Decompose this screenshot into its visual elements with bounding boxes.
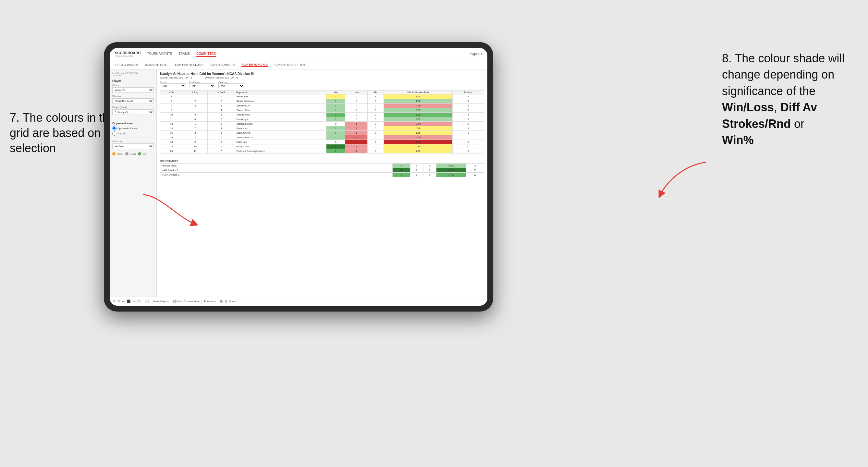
ood-cell-loss: 0 [410, 163, 423, 168]
sub-nav-team-h2h-grid[interactable]: TEAM H2H GRID [145, 63, 167, 66]
scissors-icon[interactable]: ✂ [132, 300, 135, 303]
filter-opponent-select[interactable]: (All) [218, 84, 244, 88]
filter-conference-select[interactable]: (All) [189, 84, 215, 88]
cell-rounds: 4 [452, 113, 484, 117]
cell-conf: 1 [208, 94, 235, 99]
table-row: 14 7 4 Eunice Yi 2 2 0 0.38 9 [160, 126, 484, 131]
main-data-table: # Div # Reg # Conf Opponent Win Loss Tie… [160, 90, 484, 154]
nav-teams[interactable]: TEAMS [179, 51, 190, 57]
legend-label-down: Down [118, 153, 123, 155]
redo-icon[interactable]: ↻ [118, 300, 120, 303]
forward-icon[interactable]: ⬛ [127, 300, 130, 303]
sidebar-gender-label: Gender [112, 84, 154, 87]
cell-div: 9 [160, 108, 183, 113]
cell-tie: 0 [367, 135, 383, 140]
cell-div: 19 [160, 145, 183, 149]
cell-conf: 6 [208, 145, 235, 149]
sidebar-timestamp: Last Updated: 27/03/2024 16:55:38 [112, 72, 154, 76]
paste-icon[interactable]: 📋 [137, 300, 141, 303]
grid-icon[interactable]: ⊟ [224, 300, 227, 303]
ood-cell-diff: 9.267 [436, 168, 466, 173]
nav-bar: SCOREBOARD Powered by clippd TOURNAMENTS… [110, 48, 487, 60]
cell-loss: 0 [345, 103, 368, 108]
cell-div: 11 [160, 117, 183, 122]
cell-rounds: 3 [452, 99, 484, 103]
sidebar-colour-by-select[interactable]: Win/loss [112, 144, 154, 149]
cell-loss: 1 [345, 122, 368, 126]
cell-win: 2 [327, 126, 345, 131]
cell-loss: 0 [345, 113, 368, 117]
cell-opponent: Sharon Mun [235, 108, 327, 113]
sub-nav-player-summary[interactable]: PLAYER SUMMARY [209, 63, 236, 66]
table-row: 3 1 1 Esther Lee 1 0 1 1.50 4 [160, 94, 484, 99]
ood-table-row: Foreign Team 1 0 0 4.500 2 [160, 163, 484, 168]
cell-win: 1 [327, 99, 345, 103]
cell-diff: 0.38 [383, 126, 452, 131]
cell-loss: 1 [345, 131, 368, 135]
sidebar-gender-select[interactable]: Women's [112, 87, 154, 93]
cell-conf: 1 [208, 135, 235, 140]
cell-tie: 0 [367, 140, 383, 145]
cell-opponent: Emily Chang [235, 145, 327, 149]
col-diff: Diff Av Strokes/Rnd [383, 91, 452, 94]
cell-tie: 0 [367, 122, 383, 126]
cell-win: 1 [327, 94, 345, 99]
cell-div: 10 [160, 113, 183, 117]
table-row: 20 11 7 Federica Domecq Lacroze 2 1 0 1.… [160, 149, 484, 154]
sidebar-division-select[interactable]: NCAA Division III [112, 98, 154, 104]
sub-nav-player-h2h-grid[interactable]: PLAYER H2H GRID [241, 63, 268, 67]
ood-cell-opponent: Foreign Team [160, 163, 393, 168]
nav-tournaments[interactable]: TOURNAMENTS [147, 51, 172, 57]
cell-loss: 2 [345, 126, 368, 131]
filter-region-select[interactable]: (All) [160, 84, 186, 88]
cell-opponent: Sydney Kuo [235, 103, 327, 108]
sidebar-player-rank-select[interactable]: 8. Katelyn Vo [112, 110, 154, 115]
cell-div: 5 [160, 99, 183, 103]
main-content: Last Updated: 27/03/2024 16:55:38 Player… [110, 69, 487, 297]
arrow-right [657, 159, 709, 198]
overall-record: Overall Record: 353 - 34 - 6 [160, 76, 192, 79]
cell-opponent: Heejo Hyun [235, 117, 327, 122]
ood-cell-opponent: NCAA Division 2 [160, 173, 393, 177]
cell-win: 1 [327, 131, 345, 135]
ood-cell-rounds: 2 [466, 163, 484, 168]
cell-loss: 2 [345, 135, 368, 140]
clock-icon[interactable]: 🕐 [145, 300, 149, 303]
col-loss: Loss [345, 91, 368, 94]
nav-sign-out[interactable]: Sign out [470, 52, 482, 56]
tablet-screen: SCOREBOARD Powered by clippd TOURNAMENTS… [110, 48, 487, 306]
col-opponent: Opponent [235, 91, 327, 94]
share-btn[interactable]: Share [229, 300, 236, 303]
layout-icon[interactable]: ⊞ [220, 300, 223, 303]
bottom-toolbar: ↺ ↻ ↩ ⬛ ✂ 📋 🕐 View: Original 💾 Save Cust… [110, 297, 487, 306]
cell-div: 14 [160, 126, 183, 131]
filter-conference-group: Conference (All) [189, 81, 215, 88]
col-tie: Tie [367, 91, 383, 94]
save-custom-view-btn[interactable]: 💾 Save Custom View [173, 300, 199, 303]
undo-icon[interactable]: ↺ [113, 300, 116, 303]
cell-opponent: Jessica Mason [235, 135, 327, 140]
cell-conf: 5 [208, 131, 235, 135]
toolbar-divider-5 [218, 299, 218, 304]
cell-reg: 2 [183, 135, 208, 140]
sub-nav-player-h2h-heatmap[interactable]: PLAYER H2H HEATMAP [274, 63, 306, 66]
cell-opponent: Federica Domecq Lacroze [235, 149, 327, 154]
sub-nav-team-h2h-heatmap[interactable]: TEAM H2H HEATMAP [173, 63, 203, 66]
filter-opponents-label: Region [160, 81, 186, 84]
back-icon[interactable]: ↩ [122, 300, 125, 303]
view-original-btn[interactable]: View: Original [153, 300, 169, 303]
toolbar-divider-4 [201, 299, 202, 304]
filter-conference-label: Conference [189, 81, 215, 84]
nav-committee[interactable]: COMMITTEE [196, 51, 216, 57]
radio-opponents-played[interactable]: Opponents Played [112, 126, 154, 130]
cell-loss: 0 [345, 108, 368, 113]
watch-btn[interactable]: 👁 Watch ▾ [204, 300, 216, 303]
ood-cell-rounds: 10 [466, 173, 484, 177]
radio-top100[interactable]: Top 100 [112, 131, 154, 136]
cell-rounds: 2 [452, 122, 484, 126]
filter-opponents-group: Region (All) [160, 81, 186, 88]
cell-opponent: Euna Lee [235, 140, 327, 145]
sub-nav-team-summary[interactable]: TEAM SUMMARY [115, 63, 138, 66]
cell-tie: 1 [367, 94, 383, 99]
cell-tie: 0 [367, 108, 383, 113]
